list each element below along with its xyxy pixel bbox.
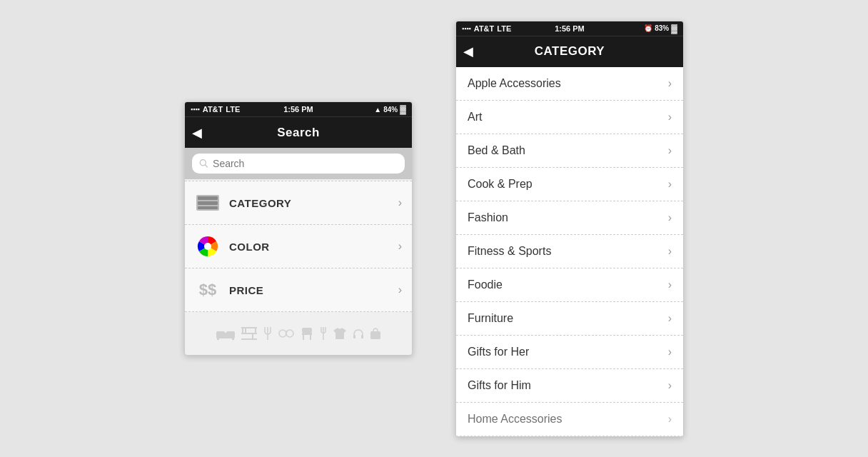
bottom-icon-shelf <box>241 327 257 340</box>
svg-rect-16 <box>242 328 243 333</box>
chevron-art: › <box>668 111 672 124</box>
status-right-1: ▲ 84% ▓ <box>374 104 406 114</box>
filter-list: CATEGORY › COLOR › <box>185 181 412 312</box>
svg-rect-17 <box>255 328 256 333</box>
network-type: LTE <box>226 105 240 114</box>
nav-title-search: Search <box>277 126 320 140</box>
location-icon: ▲ <box>374 106 381 114</box>
battery-percent-2: 83% <box>655 24 669 32</box>
battery-icon-2: ▓ <box>671 24 677 34</box>
svg-rect-19 <box>252 334 253 338</box>
category-item-bed-bath[interactable]: Bed & Bath › <box>456 134 683 168</box>
carrier-name: AT&T <box>203 105 223 114</box>
svg-rect-30 <box>310 335 311 340</box>
price-icon: $$ <box>195 277 221 303</box>
chevron-price: › <box>398 283 402 296</box>
chevron-apple-accessories: › <box>668 77 672 90</box>
chevron-foodie: › <box>668 278 672 291</box>
price-dollar-icon: $$ <box>199 281 216 299</box>
svg-rect-18 <box>245 328 246 333</box>
status-left-2: ▪▪▪▪ AT&T LTE <box>462 24 511 33</box>
bottom-icon-bag <box>370 327 381 340</box>
search-input[interactable] <box>213 158 398 169</box>
category-icon <box>195 190 221 216</box>
nav-bar-category: ◀ CATEGORY <box>456 36 683 67</box>
category-list: Apple Accessories › Art › Bed & Bath › C… <box>456 67 683 436</box>
chevron-gifts-him: › <box>668 379 672 392</box>
svg-rect-15 <box>241 338 257 340</box>
category-item-home-accessories[interactable]: Home Accessories › <box>456 403 683 436</box>
chevron-fitness-sports: › <box>668 245 672 258</box>
category-label-foodie: Foodie <box>468 278 668 291</box>
back-arrow-2: ◀ <box>463 44 473 59</box>
svg-rect-11 <box>217 338 219 340</box>
phone-search: ▪▪▪▪ AT&T LTE 1:56 PM ▲ 84% ▓ ◀ Search <box>184 101 413 356</box>
category-item-gifts-him[interactable]: Gifts for Him › <box>456 369 683 403</box>
svg-line-1 <box>206 165 208 167</box>
chevron-bed-bath: › <box>668 144 672 157</box>
chevron-home-accessories: › <box>668 413 672 426</box>
category-item-foodie[interactable]: Foodie › <box>456 268 683 302</box>
status-time-1: 1:56 PM <box>283 105 313 114</box>
back-button-1[interactable]: ◀ <box>192 125 202 141</box>
svg-rect-12 <box>232 338 234 340</box>
bottom-icon-bed <box>216 327 236 340</box>
nav-bar-search: ◀ Search <box>185 116 412 148</box>
status-left-1: ▪▪▪▪ AT&T LTE <box>191 105 240 114</box>
phone-category: ▪▪▪▪ AT&T LTE 1:56 PM ⏰ 83% ▓ ◀ CATEGORY… <box>455 21 684 437</box>
svg-rect-4 <box>198 201 218 205</box>
chevron-fashion: › <box>668 211 672 224</box>
status-right-2: ⏰ 83% ▓ <box>644 24 677 34</box>
nav-title-category: CATEGORY <box>535 44 605 59</box>
svg-rect-13 <box>241 327 257 328</box>
status-bar-2: ▪▪▪▪ AT&T LTE 1:56 PM ⏰ 83% ▓ <box>456 21 683 36</box>
filter-item-color[interactable]: COLOR › <box>185 225 412 268</box>
network-type-2: LTE <box>497 24 511 33</box>
svg-rect-29 <box>303 335 304 340</box>
category-label-fashion: Fashion <box>468 211 668 224</box>
svg-rect-14 <box>241 333 257 334</box>
category-item-gifts-her[interactable]: Gifts for Her › <box>456 336 683 369</box>
back-button-2[interactable]: ◀ <box>463 44 473 59</box>
bottom-icon-utensils <box>263 326 273 341</box>
status-bar-1: ▪▪▪▪ AT&T LTE 1:56 PM ▲ 84% ▓ <box>185 102 412 116</box>
svg-rect-3 <box>198 196 218 200</box>
chevron-furniture: › <box>668 312 672 325</box>
svg-rect-10 <box>226 331 235 335</box>
chevron-color: › <box>398 240 402 253</box>
bottom-icon-shirt <box>333 327 347 340</box>
category-item-furniture[interactable]: Furniture › <box>456 302 683 336</box>
chevron-category: › <box>398 196 402 209</box>
category-label-apple-accessories: Apple Accessories <box>468 77 668 90</box>
svg-point-24 <box>279 330 286 337</box>
filter-label-price: PRICE <box>229 284 398 296</box>
svg-rect-5 <box>198 206 218 209</box>
search-input-wrap[interactable] <box>192 154 405 174</box>
category-label-fitness-sports: Fitness & Sports <box>468 245 668 258</box>
signal-bars-2: ▪▪▪▪ <box>462 25 471 32</box>
svg-rect-27 <box>302 328 312 333</box>
back-arrow-1: ◀ <box>192 125 202 141</box>
category-label-cook-prep: Cook & Prep <box>468 178 668 191</box>
category-item-fitness-sports[interactable]: Fitness & Sports › <box>456 235 683 268</box>
category-item-cook-prep[interactable]: Cook & Prep › <box>456 168 683 201</box>
bottom-icon-glasses <box>278 328 294 338</box>
svg-rect-34 <box>353 335 355 338</box>
signal-bars: ▪▪▪▪ <box>191 106 200 113</box>
filter-item-category[interactable]: CATEGORY › <box>185 181 412 225</box>
category-item-fashion[interactable]: Fashion › <box>456 201 683 235</box>
category-label-art: Art <box>468 111 668 124</box>
search-icon <box>199 159 208 169</box>
bottom-icon-headphones <box>353 328 364 339</box>
category-label-gifts-him: Gifts for Him <box>468 379 668 392</box>
category-item-art[interactable]: Art › <box>456 101 683 134</box>
filter-item-price[interactable]: $$ PRICE › <box>185 268 412 312</box>
chevron-cook-prep: › <box>668 178 672 191</box>
category-label-bed-bath: Bed & Bath <box>468 144 668 157</box>
category-item-apple-accessories[interactable]: Apple Accessories › <box>456 67 683 101</box>
color-icon <box>195 233 221 259</box>
chevron-gifts-her: › <box>668 346 672 358</box>
svg-rect-36 <box>370 331 380 339</box>
filter-label-color: COLOR <box>229 241 398 253</box>
bottom-icon-fork <box>320 326 327 341</box>
